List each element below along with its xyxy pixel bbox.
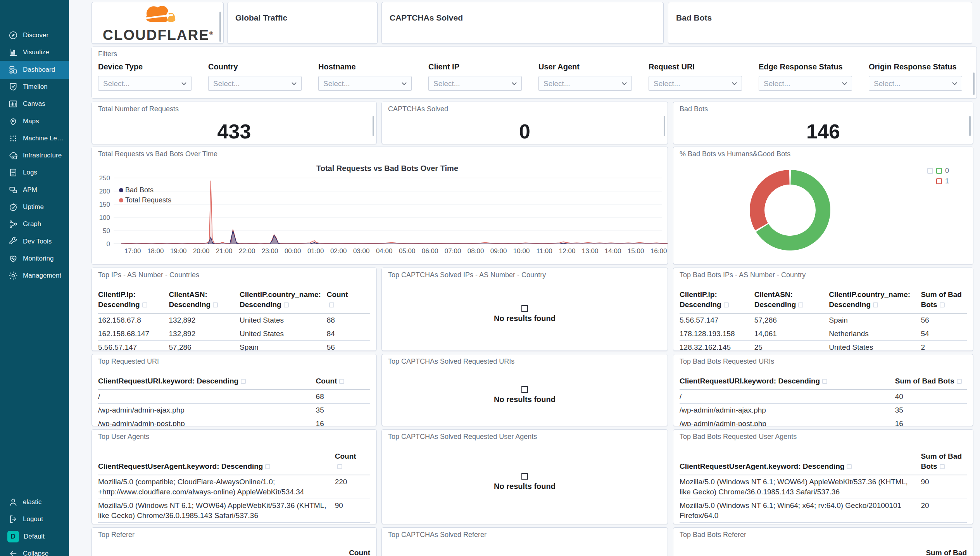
column-header[interactable]: ClientIP.ip: Descending	[680, 290, 754, 310]
filter-label: Request URI	[649, 62, 742, 71]
sidebar-item-label: Infrastructure	[23, 152, 62, 159]
column-header[interactable]: ClientASN: Descending	[169, 290, 240, 310]
select-placeholder: Select...	[874, 79, 901, 88]
column-header[interactable]: ClientRequestUserAgent.keyword: Descendi…	[98, 461, 335, 471]
donut-slice-1[interactable]	[750, 170, 790, 230]
sidebar-item-visualize[interactable]: Visualize	[0, 43, 69, 61]
svg-text:100: 100	[99, 214, 110, 221]
sidebar-item-monitoring[interactable]: Monitoring	[0, 250, 69, 268]
sidebar-item-logs[interactable]: Logs	[0, 164, 69, 181]
column-header[interactable]: ClientASN: Descending	[754, 290, 829, 310]
requests-vs-bad-bots-chart-panel: Total Requests vs Bad Bots Over Time Tot…	[91, 147, 668, 264]
donut-legend-item-1[interactable]: 1	[927, 176, 949, 186]
column-header[interactable]: Count	[316, 376, 370, 386]
table-row: 178.128.193.15814,061Netherlands54	[680, 327, 967, 341]
panel-scrollbar[interactable]	[664, 116, 665, 136]
legend-item-total-requests[interactable]: Total Requests	[119, 195, 171, 205]
svg-text:18:00: 18:00	[147, 247, 164, 255]
sidebar-item-dev-tools[interactable]: Dev Tools	[0, 233, 69, 250]
top-captcha-referer-panel: Top CAPTCHAs Solved Referer	[381, 527, 668, 556]
sidebar-item-maps[interactable]: Maps	[0, 112, 69, 130]
filter-select-device-type[interactable]: Select...	[98, 76, 192, 91]
column-header[interactable]: ClientRequestURI.keyword: Descending	[680, 376, 895, 386]
panel-scrollbar[interactable]	[219, 12, 221, 42]
sidebar-item-discover[interactable]: Discover	[0, 26, 69, 44]
sidebar-item-logout[interactable]: Logout	[0, 510, 69, 528]
column-header[interactable]: ClientIP.country_name: Descending	[240, 290, 327, 310]
panel-scrollbar[interactable]	[373, 116, 374, 136]
line-chart[interactable]: 05010015020025017:0018:0019:0020:0021:00…	[92, 147, 668, 264]
table-row: 128.32.162.14525United States2	[680, 341, 967, 351]
column-header[interactable]: ClientIP.ip: Descending	[98, 290, 169, 310]
sort-icon[interactable]	[241, 379, 246, 384]
sidebar-item-collapse[interactable]: Collapse	[0, 545, 69, 556]
filter-select-country[interactable]: Select...	[208, 76, 302, 91]
filter-select-client-ip[interactable]: Select...	[428, 76, 522, 91]
column-header-count[interactable]: Count	[293, 548, 370, 556]
sidebar-item-dashboard[interactable]: Dashboard	[0, 61, 69, 79]
metric-title: Total Number of Requests	[98, 105, 179, 113]
table-cell: Mozilla/5.0 (Windows NT 6.1; Win64; x64;…	[680, 499, 921, 522]
sidebar-item-infrastructure[interactable]: Infrastructure	[0, 147, 69, 164]
sort-icon[interactable]	[724, 302, 729, 307]
column-header[interactable]: Sum of Bad Bots	[895, 376, 967, 386]
flow-boxes-icon	[8, 185, 18, 195]
donut-chart[interactable]	[673, 147, 973, 264]
sidebar-item-apm[interactable]: APM	[0, 181, 69, 199]
sidebar-item-default[interactable]: DDefault	[0, 528, 69, 546]
sort-icon[interactable]	[873, 302, 878, 307]
filter-select-origin-response-status[interactable]: Select...	[869, 76, 962, 91]
filter-select-hostname[interactable]: Select...	[318, 76, 412, 91]
top-user-agents-table: ClientRequestUserAgent.keyword: Descendi…	[98, 444, 370, 523]
table-cell: /wp-admin/admin-post.php	[680, 417, 895, 426]
legend-dot-icon	[119, 188, 123, 192]
column-header-count[interactable]: Sum of Bad	[889, 548, 967, 556]
select-placeholder: Select...	[654, 79, 680, 88]
sidebar-item-graph[interactable]: Graph	[0, 215, 69, 233]
sort-icon[interactable]	[213, 302, 218, 307]
svg-text:22:00: 22:00	[239, 247, 255, 255]
table-cell: 40	[895, 390, 967, 403]
sort-icon[interactable]	[940, 464, 945, 469]
sort-icon[interactable]	[329, 302, 334, 307]
sort-icon[interactable]	[265, 464, 270, 469]
sidebar-item-label: Timelion	[23, 83, 48, 91]
top-bad-bots-ips-table: ClientIP.ip: DescendingClientASN: Descen…	[680, 282, 967, 351]
filter-select-user-agent[interactable]: Select...	[538, 76, 632, 91]
sidebar-item-management[interactable]: Management	[0, 267, 69, 285]
sort-icon[interactable]	[142, 302, 147, 307]
column-header[interactable]: Sum of Bad Bots	[921, 451, 967, 471]
column-header[interactable]: ClientRequestURI.keyword: Descending	[98, 376, 316, 386]
column-header[interactable]: ClientRequestUserAgent.keyword: Descendi…	[680, 461, 921, 471]
sort-icon[interactable]	[284, 302, 289, 307]
donut-legend-item-0[interactable]: 0	[927, 166, 949, 176]
sidebar-item-elastic[interactable]: elastic	[0, 493, 69, 511]
sidebar-item-label: Collapse	[23, 550, 48, 556]
filter-edge-response-status: Edge Response StatusSelect...	[759, 62, 852, 91]
column-header[interactable]: ClientIP.country_name: Descending	[829, 290, 921, 310]
column-header[interactable]: Sum of Bad Bots	[921, 290, 967, 310]
sort-icon[interactable]	[339, 379, 344, 384]
sidebar-item-timelion[interactable]: Timelion	[0, 78, 69, 96]
sort-icon[interactable]	[337, 464, 342, 469]
filter-label: Hostname	[318, 62, 412, 71]
sort-icon[interactable]	[847, 464, 852, 469]
sidebar-item-uptime[interactable]: Uptime	[0, 198, 69, 216]
metric-value: 433	[92, 120, 376, 143]
sort-icon[interactable]	[822, 379, 827, 384]
sort-icon[interactable]	[798, 302, 803, 307]
table-cell: United States	[240, 314, 327, 327]
column-header[interactable]: Count	[327, 290, 370, 310]
panel-scrollbar[interactable]	[969, 116, 971, 136]
filter-select-edge-response-status[interactable]: Select...	[759, 76, 852, 91]
sidebar-item-machine-le[interactable]: Machine Le…	[0, 130, 69, 147]
legend-item-bad-bots[interactable]: Bad Bots	[119, 185, 171, 195]
panel-scrollbar[interactable]	[973, 73, 975, 95]
column-header[interactable]: Count	[335, 451, 370, 471]
sort-icon[interactable]	[957, 379, 962, 384]
table-panel-title: Top User Agents	[98, 433, 149, 441]
sidebar-item-canvas[interactable]: Canvas	[0, 95, 69, 113]
legend-dot-icon	[119, 198, 123, 202]
sort-icon[interactable]	[940, 302, 945, 307]
filter-select-request-uri[interactable]: Select...	[649, 76, 742, 91]
